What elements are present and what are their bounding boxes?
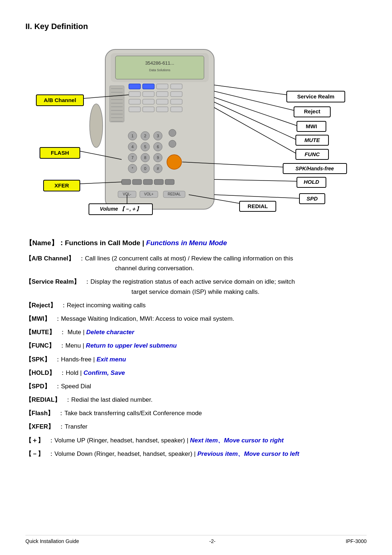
svg-text:Service Realm: Service Realm (297, 93, 335, 100)
svg-rect-5 (129, 84, 140, 89)
svg-text:4: 4 (131, 145, 134, 149)
desc-reject: 【Reject】 ：Reject incoming waiting calls (25, 300, 367, 310)
svg-text:SPK/Hands-free: SPK/Hands-free (295, 166, 334, 171)
svg-text:3: 3 (157, 134, 159, 138)
desc-header-prefix: 【Name】：Functions in Call Mode | (25, 239, 146, 247)
svg-text:9: 9 (157, 155, 159, 160)
svg-text:FUNC: FUNC (305, 151, 320, 157)
desc-service-realm: 【Service Realm】 ：Display the registratio… (25, 277, 367, 296)
svg-text:REDIAL: REDIAL (168, 192, 181, 196)
svg-text:Reject: Reject (304, 108, 320, 114)
desc-spk: 【SPK】 ：Hands-free | Exit menu (25, 355, 367, 364)
svg-text:354286-611...: 354286-611... (145, 60, 174, 66)
svg-text:7: 7 (131, 155, 134, 160)
svg-rect-59 (122, 179, 131, 185)
svg-rect-15 (156, 99, 168, 104)
svg-text:MUTE: MUTE (305, 137, 320, 143)
desc-redial: 【REDIAL】 ：Redial the last dialed number. (25, 395, 367, 405)
svg-point-38 (169, 129, 176, 137)
svg-text:MWI: MWI (306, 123, 317, 129)
svg-rect-7 (156, 84, 168, 89)
footer: Quick Installation Guide -2- IPF-3000 (25, 535, 367, 544)
svg-rect-8 (171, 84, 182, 89)
phone-diagram: 354286-611... Data Solutions (25, 39, 388, 227)
svg-text:A/B Channel: A/B Channel (44, 97, 76, 103)
svg-text:1: 1 (131, 134, 134, 138)
svg-text:HOLD: HOLD (304, 179, 319, 185)
svg-rect-61 (143, 179, 152, 185)
desc-spd: 【SPD】 ：Speed Dial (25, 381, 367, 391)
svg-rect-16 (171, 99, 182, 104)
svg-text:VOL+: VOL+ (144, 192, 154, 196)
svg-text:XFER: XFER (54, 182, 69, 189)
svg-rect-63 (165, 179, 174, 185)
desc-vol-plus: 【＋】 ：Volume UP (Ringer, headset, handset… (25, 436, 367, 445)
svg-text:Data Solutions: Data Solutions (149, 68, 171, 72)
footer-center: -2- (209, 538, 216, 544)
svg-rect-9 (129, 92, 140, 97)
svg-text:2: 2 (144, 134, 146, 138)
svg-rect-18 (143, 107, 154, 112)
footer-left: Quick Installation Guide (25, 538, 79, 544)
description-section: 【Name】：Functions in Call Mode | Function… (25, 238, 367, 459)
desc-mwi: 【MWI】 ：Message Waiting Indication, MWI: … (25, 314, 367, 324)
desc-header: 【Name】：Functions in Call Mode | Function… (25, 238, 367, 248)
desc-mute: 【MUTE】 ： Mute | Delete character (25, 327, 367, 337)
svg-rect-20 (171, 107, 182, 112)
footer-right: IPF-3000 (346, 538, 367, 544)
svg-rect-17 (129, 107, 140, 112)
svg-rect-2 (115, 56, 204, 79)
svg-rect-60 (132, 179, 142, 185)
svg-rect-11 (156, 92, 168, 97)
svg-point-45 (169, 140, 176, 147)
svg-text:SPD: SPD (307, 195, 318, 202)
svg-line-76 (214, 85, 287, 95)
svg-text:Volume 【－,＋】: Volume 【－,＋】 (100, 206, 141, 212)
desc-ab-channel: 【A/B Channel】 ：Call lines (2 concurrent … (25, 254, 367, 273)
svg-rect-12 (171, 92, 182, 97)
svg-text:*: * (132, 166, 134, 171)
svg-text:REDIAL: REDIAL (248, 203, 268, 209)
svg-rect-62 (154, 179, 163, 185)
desc-flash: 【Flash】 ：Take back transferring calls/Ex… (25, 408, 367, 418)
diagram-area: 354286-611... Data Solutions (25, 39, 367, 227)
svg-rect-14 (143, 99, 154, 104)
svg-text:5: 5 (144, 145, 146, 149)
svg-line-94 (214, 179, 297, 181)
desc-header-italic: Functions in Menu Mode (146, 239, 227, 247)
svg-rect-13 (129, 99, 140, 104)
svg-point-58 (167, 155, 181, 169)
svg-text:8: 8 (144, 155, 146, 160)
svg-text:#: # (157, 166, 159, 171)
svg-text:6: 6 (157, 145, 159, 149)
svg-line-100 (214, 195, 299, 198)
svg-point-70 (90, 104, 103, 147)
desc-func: 【FUNC】 ：Menu | Return to upper level sub… (25, 341, 367, 351)
svg-text:FLASH: FLASH (51, 150, 69, 156)
desc-hold: 【HOLD】 ：Hold | Confirm, Save (25, 368, 367, 378)
desc-vol-minus: 【－】 ：Volume Down (Ringer, headset, hands… (25, 449, 367, 459)
desc-xfer: 【XFER】 ：Transfer (25, 422, 367, 432)
svg-rect-19 (156, 107, 168, 112)
svg-rect-6 (143, 84, 154, 89)
svg-rect-21 (110, 86, 124, 122)
svg-line-82 (214, 97, 297, 126)
svg-rect-10 (143, 92, 154, 97)
section-title: II. Key Definition (25, 22, 367, 31)
svg-line-88 (214, 108, 296, 153)
svg-text:0: 0 (144, 166, 146, 171)
